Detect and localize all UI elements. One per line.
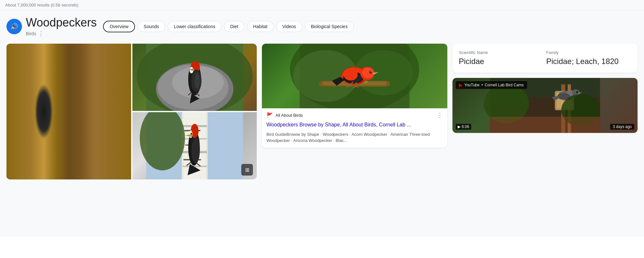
video-card[interactable]: ▶ YouTube • Cornell Lab Bird Cams ▶ 6:06… [452,78,638,133]
svg-point-109 [576,91,578,93]
article-more-icon[interactable]: ⋮ [437,112,443,119]
top-right-image[interactable] [132,44,257,111]
svg-rect-7 [52,108,92,111]
svg-point-19 [31,86,39,105]
video-thumbnail: ▶ YouTube • Cornell Lab Bird Cams ▶ 6:06… [452,78,638,133]
video-channel: Cornell Lab Bird Cams [485,83,524,87]
main-image[interactable] [6,44,131,179]
svg-marker-23 [24,92,35,96]
svg-line-33 [53,144,56,147]
svg-rect-9 [52,150,92,152]
svg-rect-3 [67,45,72,179]
svg-point-16 [89,60,131,124]
article-card: 🚩 All About Birds ⋮ Woodpeckers Browse b… [262,44,447,147]
article-title[interactable]: Woodpeckers Browse by Shape, All About B… [262,120,447,131]
tab-overview[interactable]: Overview [103,21,135,32]
svg-point-86 [362,68,374,78]
video-age: 3 days ago [610,124,634,130]
svg-rect-5 [52,70,92,72]
play-icon: ▶ [458,124,461,129]
svg-point-47 [194,73,200,89]
results-count-text: About 7,000,000 results (0.58 seconds) [5,3,78,7]
svg-line-35 [53,150,59,152]
tab-sounds[interactable]: Sounds [138,21,165,32]
article-description: Bird GuideBrowse by Shape · Woodpeckers … [262,131,447,148]
svg-point-14 [6,76,35,140]
svg-point-25 [34,91,36,93]
subtitle-text: Birds [26,31,36,36]
speaker-icon: 🔊 [10,23,18,30]
image-gallery: ⊞ [6,44,257,179]
nav-tabs: Overview Sounds Lower classifications Di… [103,21,354,32]
svg-point-68 [191,137,200,163]
results-count-bar: About 7,000,000 results (0.58 seconds) [0,0,644,10]
svg-rect-2 [54,45,61,179]
svg-rect-12 [6,45,51,179]
family-label: Family [546,50,631,55]
svg-line-34 [34,147,53,152]
svg-point-28 [42,126,45,129]
svg-point-17 [24,83,53,147]
tab-habitat[interactable]: Habitat [247,21,274,32]
bird-image[interactable] [262,44,447,108]
svg-point-20 [28,92,33,105]
expand-icon[interactable]: ⊞ [241,164,253,176]
video-separator: • [482,83,483,87]
svg-rect-6 [52,86,92,89]
tab-videos[interactable]: Videos [276,21,302,32]
youtube-icon: ▶ [459,82,462,88]
source-name: All About Birds [275,113,303,118]
svg-line-36 [53,152,55,155]
svg-point-26 [29,99,51,150]
duration-text: 6:06 [462,124,469,129]
svg-point-24 [33,90,36,93]
svg-point-89 [370,71,371,72]
svg-rect-8 [52,128,92,132]
svg-rect-1 [51,45,93,179]
svg-point-18 [26,84,51,145]
tab-biological-species[interactable]: Biological Species [305,21,354,32]
svg-point-67 [191,133,192,135]
svg-point-84 [344,69,358,81]
source-flag-icon: 🚩 [266,112,273,118]
tab-lower-classifications[interactable]: Lower classifications [168,21,221,32]
svg-point-11 [64,97,77,120]
svg-point-21 [31,62,43,84]
svg-rect-114 [490,117,600,133]
family-value: Picidae; Leach, 1820 [546,56,631,66]
svg-point-27 [40,117,43,119]
svg-point-22 [35,60,41,76]
svg-marker-30 [26,144,48,166]
video-duration: ▶ 6:06 [456,124,471,130]
svg-rect-15 [93,45,131,179]
bottom-right-image[interactable]: ⊞ [132,112,257,179]
svg-point-29 [40,136,42,138]
video-platform: YouTube [464,83,480,87]
audio-button[interactable]: 🔊 [6,19,22,34]
svg-point-10 [56,86,75,118]
scientific-name-label: Scientific Name [459,50,544,55]
svg-line-32 [53,142,59,144]
page-title: Woodpeckers [26,16,97,29]
scientific-name-value: Picidae [459,56,544,66]
svg-point-13 [6,44,54,115]
more-options-icon[interactable]: ⋮ [38,30,44,37]
tab-diet[interactable]: Diet [224,21,244,32]
video-badge: ▶ YouTube • Cornell Lab Bird Cams [456,81,527,89]
svg-rect-0 [6,45,131,179]
svg-line-31 [43,140,53,144]
svg-rect-4 [52,54,92,57]
info-panel: Scientific Name Picidae Family Picidae; … [452,44,638,73]
